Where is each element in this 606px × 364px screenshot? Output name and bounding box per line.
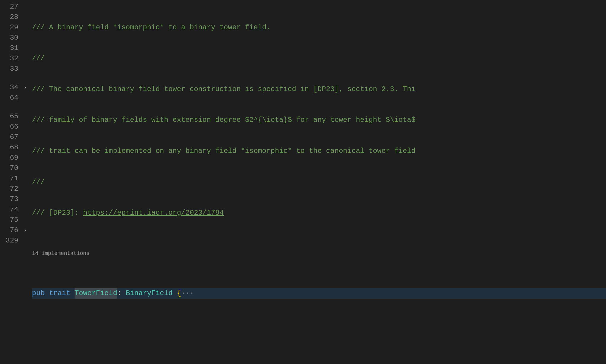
line-number: 28 bbox=[0, 12, 18, 22]
line-number: 29 bbox=[0, 22, 18, 33]
code-line[interactable]: /// A binary field *isomorphic* to a bin… bbox=[32, 22, 606, 33]
codelens-implementations[interactable]: 14 implementations bbox=[32, 249, 606, 258]
line-number: 71 bbox=[0, 174, 18, 184]
code-line[interactable] bbox=[32, 329, 606, 340]
highlighted-symbol: TowerField bbox=[75, 288, 117, 299]
line-number: 74 bbox=[0, 205, 18, 215]
chevron-right-icon[interactable]: › bbox=[24, 84, 27, 91]
code-line[interactable]: /// trait can be implemented on any bina… bbox=[32, 146, 606, 156]
line-number: 27 bbox=[0, 2, 18, 12]
line-number: 68 bbox=[0, 143, 18, 153]
doc-link[interactable]: https://eprint.iacr.org/2023/1784 bbox=[83, 208, 224, 218]
line-number: 32 bbox=[0, 54, 18, 64]
line-number: 75 bbox=[0, 215, 18, 225]
code-line[interactable]: pub trait TowerField: BinaryField {··· bbox=[32, 288, 606, 299]
line-number: 69 bbox=[0, 153, 18, 163]
line-number: 30 bbox=[0, 33, 18, 43]
line-number: 76 bbox=[0, 225, 18, 236]
line-number: 67 bbox=[0, 132, 18, 143]
line-number: 329 bbox=[0, 236, 18, 246]
chevron-right-icon[interactable]: › bbox=[24, 227, 27, 234]
line-number-gutter: 27 28 29 30 31 32 33 34 64 65 66 67 68 6… bbox=[0, 2, 24, 364]
code-editor[interactable]: 27 28 29 30 31 32 33 34 64 65 66 67 68 6… bbox=[0, 0, 606, 364]
line-number: 34 bbox=[0, 82, 18, 93]
code-line[interactable]: /// [DP23]: https://eprint.iacr.org/2023… bbox=[32, 208, 606, 218]
code-area[interactable]: /// A binary field *isomorphic* to a bin… bbox=[32, 2, 606, 364]
code-line[interactable]: /// bbox=[32, 177, 606, 187]
line-number: 33 bbox=[0, 64, 18, 74]
line-number: 66 bbox=[0, 122, 18, 132]
line-number: 70 bbox=[0, 163, 18, 174]
line-number: 31 bbox=[0, 43, 18, 54]
line-number: 73 bbox=[0, 194, 18, 205]
line-number: 65 bbox=[0, 111, 18, 122]
code-line[interactable]: /// The canonical binary field tower con… bbox=[32, 84, 606, 95]
code-line[interactable]: /// bbox=[32, 53, 606, 64]
folded-ellipsis-icon[interactable]: ··· bbox=[181, 288, 194, 299]
line-number: 64 bbox=[0, 93, 18, 103]
fold-gutter: › › bbox=[24, 2, 32, 364]
line-number: 72 bbox=[0, 184, 18, 194]
code-line[interactable]: /// family of binary fields with extensi… bbox=[32, 115, 606, 125]
